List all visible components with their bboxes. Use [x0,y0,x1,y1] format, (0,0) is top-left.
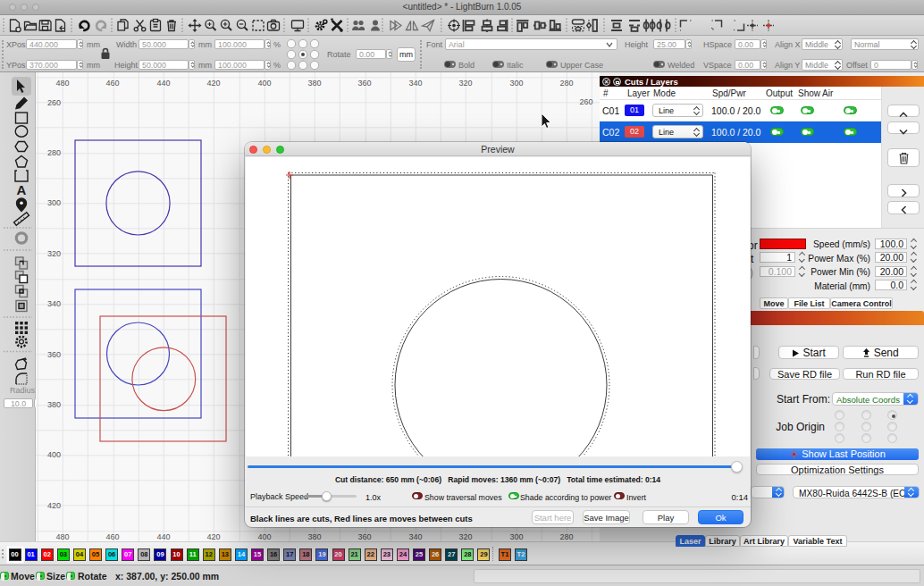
svg-text:320: 320 [47,249,61,258]
svg-text:280: 280 [559,79,573,88]
svg-text:340: 340 [408,79,422,88]
svg-text:380: 380 [47,400,61,409]
svg-text:480: 480 [55,79,69,88]
svg-text:380: 380 [307,532,321,541]
svg-text:340: 340 [47,299,61,308]
svg-text:260: 260 [47,98,61,107]
svg-text:300: 300 [47,198,61,207]
svg-text:460: 460 [105,79,119,88]
svg-text:300: 300 [509,532,523,541]
svg-text:300: 300 [509,79,523,88]
svg-text:420: 420 [206,532,220,541]
svg-text:A: A [17,182,27,197]
svg-text:360: 360 [357,79,371,88]
svg-text:Radius:: Radius: [10,386,36,395]
svg-text:280: 280 [559,532,573,541]
svg-text:480: 480 [55,532,69,541]
svg-text:460: 460 [105,532,119,541]
svg-text:420: 420 [47,501,61,510]
svg-text:420: 420 [206,79,220,88]
svg-text:360: 360 [47,350,61,359]
svg-text:400: 400 [47,450,61,459]
svg-text:380: 380 [307,79,321,88]
svg-text:340: 340 [408,532,422,541]
svg-text:280: 280 [47,148,61,157]
svg-text:260: 260 [579,97,592,106]
svg-text:400: 400 [257,532,271,541]
svg-text:360: 360 [357,532,371,541]
svg-text:320: 320 [458,532,472,541]
svg-text:440: 440 [156,79,170,88]
svg-text:320: 320 [458,79,472,88]
svg-text:400: 400 [257,79,271,88]
svg-text:440: 440 [156,532,170,541]
